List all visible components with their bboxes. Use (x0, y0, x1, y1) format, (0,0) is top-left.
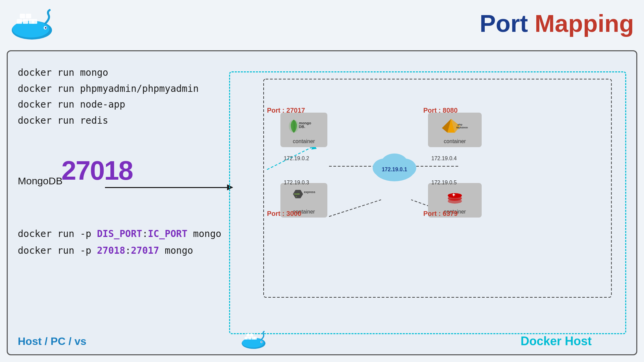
svg-text:172.19.0.1: 172.19.0.1 (382, 167, 407, 172)
phpmyadmin-container-label: container (431, 138, 479, 144)
svg-line-23 (329, 200, 381, 217)
mongodb-container-label: container (283, 138, 325, 144)
svg-rect-3 (23, 19, 28, 24)
mongodb-logo: mongo DB. (283, 115, 325, 137)
page-title: Port Mapping (480, 10, 634, 37)
svg-text:node: node (294, 193, 300, 195)
svg-point-19 (261, 342, 262, 343)
node-ip: 172.19.0.3 (284, 180, 309, 186)
svg-rect-13 (248, 337, 251, 340)
svg-text:✦: ✦ (451, 192, 456, 198)
phpmyadmin-port: Port : 8080 (423, 107, 458, 114)
redis-port: Port : 6379 (423, 210, 458, 218)
docker-host-box: Docker Host (229, 71, 626, 334)
svg-rect-7 (32, 19, 37, 24)
svg-text:mongo: mongo (299, 121, 311, 125)
redis-ip: 172.19.0.5 (431, 180, 457, 186)
bottom-commands: docker run -p DIS_PORT:IC_PORT mongo doc… (18, 226, 221, 259)
svg-text:DB.: DB. (299, 125, 305, 129)
docker-host-label: Docker Host (521, 334, 592, 348)
port-number-display: 27018 (61, 155, 132, 186)
mongodb-container: mongo DB. container (280, 113, 327, 147)
svg-rect-6 (26, 14, 31, 18)
svg-text:MyAdmin: MyAdmin (456, 126, 468, 129)
svg-rect-5 (20, 14, 25, 18)
redis-logo: ✦ (431, 186, 479, 207)
svg-text:php: php (458, 123, 462, 126)
host-label: Host / PC / vs (18, 335, 87, 348)
mongodb-arrow (105, 187, 232, 188)
header: Port Mapping (0, 0, 644, 47)
phpmyadmin-container: php MyAdmin container (428, 113, 482, 147)
cmd-line-3: docker run node-app (18, 97, 226, 113)
commands-top: docker run mongo docker run phpmyadmin/p… (18, 65, 226, 128)
mongodb-text: MongoDB (18, 175, 62, 187)
cmd-bottom-2: docker run -p 27018:27017 mongo (18, 242, 221, 259)
svg-rect-16 (250, 334, 253, 336)
phpmyadmin-ip: 172.19.0.4 (431, 156, 457, 162)
svg-rect-17 (254, 337, 257, 340)
docker-logo (10, 5, 54, 42)
main-content-box: docker run mongo docker run phpmyadmin/p… (7, 50, 637, 355)
network-cloud: 172.19.0.1 (368, 149, 421, 186)
network-diagram: mongo DB. container 172.19.0.2 Port : 27… (264, 79, 619, 306)
svg-point-9 (45, 27, 47, 29)
phpmyadmin-logo: php MyAdmin (431, 115, 479, 137)
svg-text:js: js (296, 196, 297, 197)
cmd-line-1: docker run mongo (18, 65, 226, 81)
svg-rect-12 (245, 337, 248, 340)
mongodb-ip: 172.19.0.2 (284, 156, 309, 162)
mongodb-port: Port : 27017 (267, 107, 305, 114)
docker-icon-small (240, 328, 267, 352)
cmd-bottom-1: docker run -p DIS_PORT:IC_PORT mongo (18, 226, 221, 242)
node-port: Port : 3000 (267, 210, 301, 218)
svg-text:express: express (304, 190, 315, 194)
cmd-line-2: docker run phpmyadmin/phpmyadmin (18, 81, 226, 97)
port-big: 27018 (61, 156, 132, 185)
node-express-logo: node express js (283, 186, 325, 207)
left-panel: docker run mongo docker run phpmyadmin/p… (18, 65, 226, 128)
cmd-line-4: docker run redis (18, 113, 226, 129)
svg-rect-2 (17, 19, 22, 24)
svg-rect-15 (247, 334, 250, 336)
mongodb-arrow-row: MongoDB (18, 175, 62, 187)
